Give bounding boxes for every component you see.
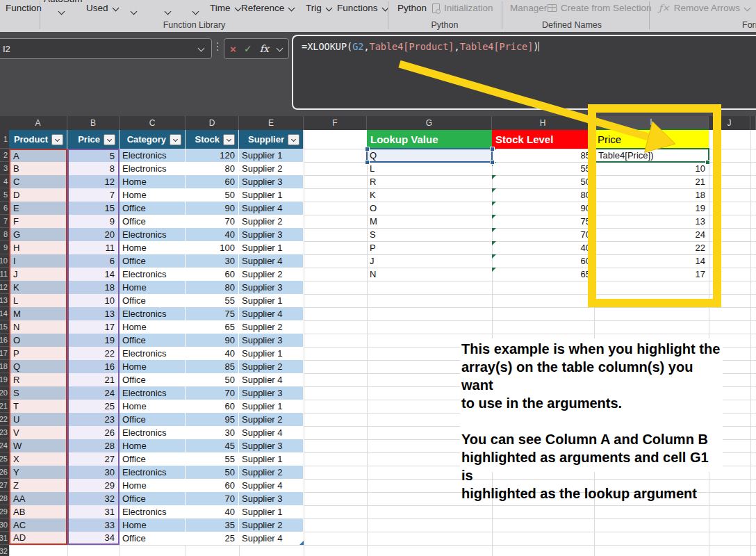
row-header-3[interactable]: 3 <box>0 162 9 175</box>
row-header-13[interactable]: 13 <box>0 294 9 307</box>
row-header-5[interactable]: 5 <box>0 188 9 202</box>
cell[interactable]: Supplier 3 <box>239 386 304 400</box>
cell[interactable]: Supplier 4 <box>239 426 304 439</box>
cell[interactable]: 15 <box>67 202 120 215</box>
cell[interactable]: R <box>9 373 67 386</box>
lookup-cell-g6[interactable]: O <box>367 202 492 215</box>
cell[interactable]: 55 <box>186 452 239 466</box>
cell[interactable]: S <box>9 386 67 400</box>
row-header-7[interactable]: 7 <box>0 215 9 228</box>
cell[interactable]: E <box>9 202 67 215</box>
cell[interactable]: Supplier 2 <box>239 413 304 426</box>
cell[interactable]: K <box>9 281 67 294</box>
stock-cell-h9[interactable]: 40 <box>492 241 594 254</box>
cell[interactable]: X <box>9 452 67 466</box>
cell[interactable]: 14 <box>67 268 120 281</box>
row-header-31[interactable]: 31 <box>0 532 9 545</box>
cell[interactable]: 5 <box>67 149 120 162</box>
cell[interactable]: 100 <box>186 241 239 254</box>
cell[interactable]: Office <box>120 294 186 307</box>
cell[interactable]: Supplier 1 <box>239 505 304 518</box>
cell[interactable]: Electronics <box>120 149 186 162</box>
cell[interactable]: 7 <box>67 188 120 202</box>
cell[interactable]: Supplier 4 <box>239 373 304 386</box>
row-header-17[interactable]: 17 <box>0 347 9 360</box>
cell[interactable]: 30 <box>67 466 120 479</box>
cell[interactable]: Office <box>120 202 186 215</box>
column-header-D[interactable]: D <box>186 116 239 130</box>
cell[interactable]: Home <box>120 400 186 413</box>
cell[interactable]: Supplier 1 <box>239 241 304 254</box>
row-header-4[interactable]: 4 <box>0 175 9 188</box>
cell[interactable]: 70 <box>186 215 239 228</box>
lookup-value-header[interactable]: Lookup Value <box>367 130 492 149</box>
cell[interactable]: G <box>9 228 67 241</box>
row-header-25[interactable]: 25 <box>0 452 9 466</box>
column-header-C[interactable]: C <box>120 116 186 130</box>
formula-bar[interactable]: =XLOOKUP(G2,Table4[Product],Table4[Price… <box>292 35 756 110</box>
cell[interactable]: Supplier 2 <box>239 162 304 175</box>
cell[interactable]: Office <box>120 373 186 386</box>
cell[interactable]: P <box>9 347 67 360</box>
cell[interactable]: 18 <box>67 281 120 294</box>
cell[interactable]: Supplier 4 <box>239 532 304 545</box>
cell[interactable]: Supplier 3 <box>239 281 304 294</box>
cell[interactable]: Supplier 4 <box>239 254 304 268</box>
cell[interactable]: 80 <box>186 162 239 175</box>
filter-button[interactable] <box>223 134 235 145</box>
lookup-cell-g8[interactable]: S <box>367 228 492 241</box>
lookup-cell-g3[interactable]: L <box>367 162 492 175</box>
cell[interactable]: 31 <box>67 505 120 518</box>
cell[interactable]: Supplier 1 <box>239 188 304 202</box>
cell[interactable]: W <box>9 439 67 452</box>
cell[interactable]: Supplier 3 <box>239 175 304 188</box>
cell[interactable]: 10 <box>67 294 120 307</box>
cell[interactable]: Q <box>9 360 67 373</box>
stock-cell-h7[interactable]: 75 <box>492 215 594 228</box>
row-header-9[interactable]: 9 <box>0 241 9 254</box>
cell[interactable]: 22 <box>67 347 120 360</box>
cell[interactable]: AD <box>9 532 67 545</box>
cell[interactable]: AA <box>9 492 67 505</box>
cell[interactable]: Home <box>120 188 186 202</box>
stock-level-header[interactable]: Stock Level <box>492 130 594 149</box>
row-header-29[interactable]: 29 <box>0 505 9 518</box>
cell[interactable]: 23 <box>67 413 120 426</box>
cell[interactable]: 34 <box>67 532 120 545</box>
cell[interactable]: Electronics <box>120 162 186 175</box>
math-trig-button[interactable]: Trig <box>306 3 332 13</box>
recently-used-button[interactable]: Used <box>86 3 119 13</box>
cell[interactable]: 33 <box>67 518 120 532</box>
cell[interactable]: Supplier 3 <box>239 492 304 505</box>
cell[interactable]: 50 <box>186 373 239 386</box>
cell[interactable]: Supplier 2 <box>239 268 304 281</box>
cell[interactable]: F <box>9 215 67 228</box>
cell[interactable]: Electronics <box>120 426 186 439</box>
cell[interactable]: Z <box>9 479 67 492</box>
row-header-19[interactable]: 19 <box>0 373 9 386</box>
cell[interactable]: T <box>9 400 67 413</box>
cell[interactable]: Home <box>120 360 186 373</box>
cell[interactable]: 60 <box>186 479 239 492</box>
chevron-down-icon[interactable] <box>198 46 204 51</box>
cell[interactable]: 30 <box>186 254 239 268</box>
row-header-6[interactable]: 6 <box>0 202 9 215</box>
more-functions-button[interactable]: Functions <box>337 3 388 13</box>
cell[interactable]: Supplier 3 <box>239 439 304 452</box>
stock-cell-h2[interactable]: 85 <box>492 149 594 162</box>
cell[interactable]: Supplier 3 <box>239 228 304 241</box>
cell[interactable]: 75 <box>186 307 239 320</box>
cell[interactable]: Supplier 2 <box>239 320 304 334</box>
row-header-20[interactable]: 20 <box>0 386 9 400</box>
row-header-14[interactable]: 14 <box>0 307 9 320</box>
cell[interactable]: 40 <box>186 347 239 360</box>
row-header-26[interactable]: 26 <box>0 466 9 479</box>
cell[interactable]: Supplier 4 <box>239 202 304 215</box>
insert-function-button[interactable]: Function <box>6 3 42 13</box>
cell[interactable]: Y <box>9 466 67 479</box>
cell[interactable]: 60 <box>186 400 239 413</box>
cell[interactable]: Electronics <box>120 228 186 241</box>
cell[interactable]: 55 <box>186 294 239 307</box>
cell[interactable]: 60 <box>186 175 239 188</box>
cell[interactable]: 11 <box>67 241 120 254</box>
